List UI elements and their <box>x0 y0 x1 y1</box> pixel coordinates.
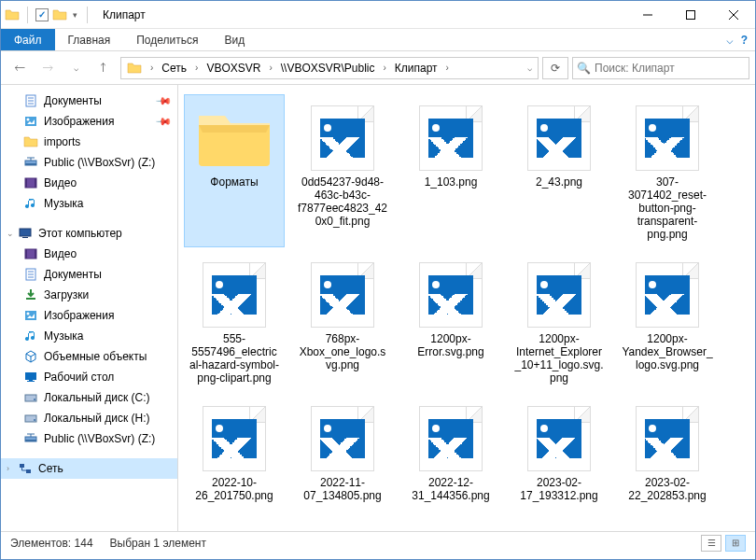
close-button[interactable] <box>712 1 755 29</box>
image-thumbnail-icon <box>203 406 266 471</box>
file-tile[interactable]: 555-5557496_electrical-hazard-symbol-png… <box>184 251 285 391</box>
sidebar-item[interactable]: Видео <box>1 244 177 264</box>
sidebar-item[interactable]: Видео <box>1 173 177 193</box>
file-tile[interactable]: 1_103.png <box>400 94 501 247</box>
breadcrumb-root-icon[interactable] <box>123 58 146 78</box>
nav-history-dropdown[interactable]: ⌵ <box>63 57 89 79</box>
ribbon-expand-icon[interactable]: ⌵ <box>726 33 734 47</box>
qat-dropdown-icon[interactable]: ▾ <box>71 10 79 20</box>
tab-file[interactable]: Файл <box>1 29 55 50</box>
mus-icon <box>23 329 38 343</box>
svg-rect-1 <box>687 10 695 19</box>
sidebar-item[interactable]: Изображения <box>1 305 177 326</box>
svg-rect-40 <box>20 464 24 468</box>
file-tile[interactable]: 2022-10-26_201750.png <box>184 395 285 509</box>
file-tile[interactable]: 1200px-Internet_Explorer_10+11_logo.svg.… <box>509 251 609 391</box>
tab-view[interactable]: Вид <box>211 29 258 50</box>
svg-rect-37 <box>25 440 36 441</box>
folder-tile[interactable]: Форматы <box>184 94 285 247</box>
image-thumbnail-icon <box>311 406 374 471</box>
address-bar-row: 🡐 🡒 ⌵ 🡑 › Сеть › VBOXSVR › \\VBOXSVR\Pub… <box>1 51 755 85</box>
sidebar-item[interactable]: Загрузки <box>1 285 177 305</box>
maximize-button[interactable] <box>669 1 712 29</box>
qat-properties-icon[interactable]: ✓ <box>35 8 49 21</box>
help-icon[interactable]: ? <box>741 34 748 47</box>
sidebar-item-label: Видео <box>44 176 77 189</box>
image-thumbnail-icon <box>203 262 266 328</box>
image-thumbnail-icon <box>527 105 591 171</box>
chevron-right-icon[interactable]: › <box>443 63 452 73</box>
tile-caption: 1200px-Error.svg.png <box>405 332 497 358</box>
sidebar-item[interactable]: Документы <box>1 264 177 285</box>
dl-icon <box>23 287 38 302</box>
sidebar-item-label: Музыка <box>44 329 83 343</box>
sidebar-item[interactable]: ⌄Этот компьютер <box>1 223 177 244</box>
sidebar-item[interactable]: Изображения📌 <box>1 111 177 132</box>
sidebar-item-label: Видео <box>44 247 77 260</box>
sidebar-item[interactable]: Музыка <box>1 326 177 346</box>
qat-newfolder-icon[interactable] <box>52 7 67 22</box>
breadcrumb[interactable]: › Сеть › VBOXSVR › \\VBOXSVR\Public › Кл… <box>120 57 539 79</box>
sidebar-item[interactable]: Объемные объекты <box>1 346 177 367</box>
view-details-button[interactable]: ☰ <box>701 535 721 552</box>
tree-expand-icon[interactable]: › <box>7 464 16 473</box>
pc-icon <box>18 226 33 241</box>
image-thumbnail-icon <box>636 262 699 328</box>
file-tile[interactable]: 1200px-Error.svg.png <box>400 251 501 391</box>
breadcrumb-item[interactable]: Клипарт <box>391 58 441 78</box>
file-tile[interactable]: 1200px-Yandex_Browser_logo.svg.png <box>617 251 718 391</box>
sidebar[interactable]: Документы📌Изображения📌importsPublic (\\V… <box>1 85 178 531</box>
sidebar-item[interactable]: Рабочий стол <box>1 367 177 387</box>
qat-folder-icon[interactable] <box>5 7 20 22</box>
file-pane[interactable]: Форматы0dd54237-9d48-463c-b43c-f7877eec4… <box>178 85 755 531</box>
svg-rect-27 <box>25 311 36 320</box>
tile-caption: 1200px-Internet_Explorer_10+11_logo.svg.… <box>513 332 605 385</box>
search-input[interactable] <box>595 62 745 75</box>
status-item-count: Элементов: 144 <box>10 537 93 550</box>
file-tile[interactable]: 2022-12-31_144356.png <box>400 395 501 509</box>
minimize-button[interactable] <box>626 1 669 29</box>
chevron-right-icon[interactable]: › <box>380 63 388 73</box>
sidebar-item-label: Документы <box>44 94 102 107</box>
breadcrumb-item[interactable]: Сеть <box>158 58 190 78</box>
sidebar-item[interactable]: Музыка <box>1 193 177 214</box>
sidebar-item[interactable]: imports <box>1 132 177 152</box>
chevron-right-icon[interactable]: › <box>147 63 156 73</box>
pin-icon: 📌 <box>154 91 172 109</box>
tab-share[interactable]: Поделиться <box>123 29 211 50</box>
file-tile[interactable]: 307-3071402_reset-button-png-transparent… <box>617 94 718 247</box>
desk-icon <box>23 370 38 385</box>
refresh-button[interactable]: ⟳ <box>542 57 568 79</box>
chevron-right-icon[interactable]: › <box>192 63 201 73</box>
breadcrumb-item[interactable]: VBOXSVR <box>203 58 264 78</box>
file-tile[interactable]: 2023-02-17_193312.png <box>509 395 609 509</box>
nav-back-button[interactable]: 🡐 <box>7 57 33 79</box>
sidebar-item[interactable]: Public (\\VBoxSvr) (Z:) <box>1 152 177 173</box>
file-tile[interactable]: 2023-02-22_202853.png <box>617 395 718 509</box>
chevron-right-icon[interactable]: › <box>266 63 274 73</box>
svg-rect-15 <box>25 178 27 188</box>
breadcrumb-item[interactable]: \\VBOXSVR\Public <box>277 58 379 78</box>
nav-up-button[interactable]: 🡑 <box>91 57 117 79</box>
tile-caption: Форматы <box>210 175 258 189</box>
sidebar-item[interactable]: ›Сеть <box>1 458 177 479</box>
file-tile[interactable]: 2_43.png <box>509 94 609 247</box>
sidebar-item[interactable]: Локальный диск (H:) <box>1 408 177 428</box>
file-tile[interactable]: 2022-11-07_134805.png <box>292 395 393 509</box>
file-tile[interactable]: 0dd54237-9d48-463c-b43c-f7877eec4823_420… <box>292 94 393 247</box>
breadcrumb-dropdown-icon[interactable]: ⌵ <box>527 63 532 73</box>
tab-home[interactable]: Главная <box>55 29 124 50</box>
view-thumbnails-button[interactable]: ⊞ <box>725 535 746 552</box>
file-tile[interactable]: 768px-Xbox_one_logo.svg.png <box>292 251 393 391</box>
status-bar: Элементов: 144 Выбран 1 элемент ☰ ⊞ <box>1 531 755 553</box>
nav-forward-button[interactable]: 🡒 <box>35 57 61 79</box>
tree-expand-icon[interactable]: ⌄ <box>7 229 16 238</box>
ribbon: Файл Главная Поделиться Вид ⌵ ? <box>1 29 755 51</box>
titlebar: ✓ ▾ Клипарт <box>1 1 755 29</box>
image-thumbnail-icon <box>419 262 483 328</box>
image-thumbnail-icon <box>527 262 591 328</box>
sidebar-item[interactable]: Документы📌 <box>1 91 177 111</box>
sidebar-item[interactable]: Public (\\VBoxSvr) (Z:) <box>1 428 177 449</box>
sidebar-item[interactable]: Локальный диск (C:) <box>1 387 177 408</box>
search-box[interactable]: 🔍 <box>572 57 749 79</box>
